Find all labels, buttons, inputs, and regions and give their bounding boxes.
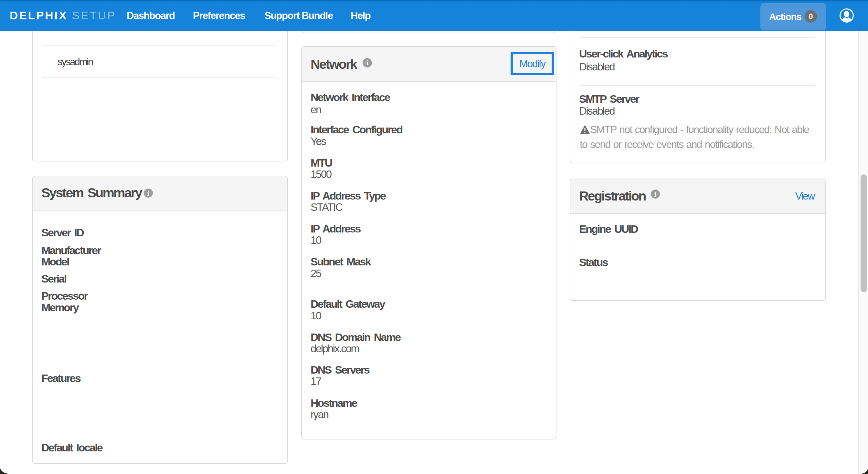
svg-text:i: i: [147, 190, 149, 197]
svg-text:i: i: [366, 59, 368, 67]
svg-text:i: i: [654, 191, 656, 198]
